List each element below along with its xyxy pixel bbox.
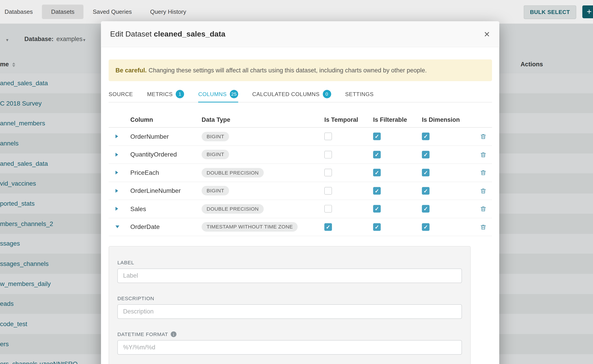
dataset-link[interactable]: C 2018 Survey: [0, 100, 41, 107]
tab-label: METRICS: [147, 91, 173, 97]
columns-table-header: Column Data Type Is Temporal Is Filterab…: [109, 113, 492, 128]
column-name: Sales: [130, 205, 202, 212]
header-is-temporal: Is Temporal: [324, 117, 373, 123]
dataset-link[interactable]: aned_sales_data: [0, 80, 48, 87]
nav-item-databases[interactable]: Databases: [0, 5, 42, 19]
trash-icon: [480, 206, 486, 212]
column-name: OrderDate: [130, 223, 202, 230]
tab-calculated-columns[interactable]: CALCULATED COLUMNS 0: [252, 86, 331, 102]
dataset-link[interactable]: annels: [0, 140, 19, 147]
column-row: OrderDate TIMESTAMP WITHOUT TIME ZONE: [109, 218, 492, 236]
dataset-link[interactable]: ssages: [0, 240, 20, 247]
tab-label: SOURCE: [109, 91, 133, 97]
header-column: Column: [130, 117, 202, 123]
collapse-caret-icon[interactable]: [116, 226, 119, 228]
is-filterable-checkbox[interactable]: [373, 133, 381, 140]
close-icon[interactable]: ✕: [484, 30, 490, 39]
is-dimension-checkbox[interactable]: [422, 169, 430, 177]
tab-columns[interactable]: COLUMNS 25: [198, 86, 238, 102]
column-detail-panel: LABEL DESCRIPTION DATETIME FORMAT i: [109, 246, 471, 364]
description-input[interactable]: [117, 304, 462, 319]
is-filterable-checkbox[interactable]: [373, 169, 381, 177]
nav-item-datasets[interactable]: Datasets: [42, 5, 84, 19]
expand-caret-icon[interactable]: [116, 135, 118, 138]
database-filter-label: Database:: [24, 36, 53, 43]
datetime-format-input[interactable]: [117, 340, 462, 355]
info-icon[interactable]: i: [171, 331, 177, 337]
tab-settings[interactable]: SETTINGS: [345, 86, 374, 102]
dataset-link[interactable]: ported_stats: [0, 200, 34, 207]
column-row: QuantityOrdered BIGINT: [109, 146, 492, 164]
is-filterable-checkbox[interactable]: [373, 187, 381, 195]
is-temporal-checkbox[interactable]: [324, 223, 332, 231]
delete-column-button[interactable]: [479, 223, 488, 231]
is-dimension-checkbox[interactable]: [422, 151, 430, 158]
dataset-link[interactable]: annel_members: [0, 120, 45, 127]
expand-caret-icon[interactable]: [116, 171, 118, 175]
expand-caret-icon[interactable]: [116, 153, 118, 156]
bulk-select-button[interactable]: BULK SELECT: [524, 5, 576, 19]
nav-item-query-history[interactable]: Query History: [141, 5, 195, 19]
is-filterable-checkbox[interactable]: [373, 205, 381, 213]
warning-banner: Be careful.Changing these settings will …: [109, 59, 492, 81]
delete-column-button[interactable]: [479, 132, 488, 141]
dataset-link[interactable]: aned_sales_data: [0, 160, 48, 167]
dataset-link[interactable]: w_members_daily: [0, 280, 51, 287]
dataset-link[interactable]: ssages_channels: [0, 260, 48, 267]
column-name: PriceEach: [130, 169, 202, 176]
dataset-link[interactable]: vid_vaccines: [0, 180, 36, 187]
data-type-pill: TIMESTAMP WITHOUT TIME ZONE: [202, 222, 298, 232]
data-type-pill: BIGINT: [202, 186, 229, 195]
tab-metrics[interactable]: METRICS 1: [147, 86, 184, 102]
top-navigation: Databases Datasets Saved Queries Query H…: [0, 0, 593, 24]
description-field-label: DESCRIPTION: [117, 296, 462, 301]
screen: Databases Datasets Saved Queries Query H…: [0, 0, 593, 364]
data-type-pill: BIGINT: [202, 132, 229, 141]
chevron-down-icon[interactable]: ▾: [6, 38, 8, 43]
calculated-columns-count-badge: 0: [323, 90, 331, 98]
tab-source[interactable]: SOURCE: [109, 86, 133, 102]
column-row: PriceEach DOUBLE PRECISION: [109, 164, 492, 182]
is-temporal-checkbox[interactable]: [324, 151, 332, 158]
dataset-link[interactable]: code_test: [0, 320, 27, 328]
dataset-link[interactable]: mbers_channels_2: [0, 220, 53, 227]
is-filterable-checkbox[interactable]: [373, 223, 381, 231]
metrics-count-badge: 1: [176, 90, 184, 98]
tab-label: COLUMNS: [198, 91, 227, 97]
database-filter-value[interactable]: examples: [56, 36, 83, 43]
column-header-name[interactable]: me: [0, 61, 9, 68]
is-filterable-checkbox[interactable]: [373, 151, 381, 158]
column-name: QuantityOrdered: [130, 151, 202, 158]
dataset-link[interactable]: ers_channels-uzooNNtSRO: [0, 361, 78, 364]
header-data-type: Data Type: [202, 117, 324, 123]
is-temporal-checkbox[interactable]: [324, 187, 332, 195]
is-temporal-checkbox[interactable]: [324, 133, 332, 140]
column-row: OrderLineNumber BIGINT: [109, 182, 492, 200]
edit-dataset-modal: Edit Dataset cleaned_sales_data ✕ Be car…: [101, 21, 499, 364]
label-field-label: LABEL: [117, 260, 462, 266]
add-dataset-button[interactable]: +: [582, 5, 593, 18]
dataset-link[interactable]: ers: [0, 341, 9, 348]
delete-column-button[interactable]: [479, 150, 488, 159]
chevron-down-icon[interactable]: ▾: [83, 38, 85, 43]
is-dimension-checkbox[interactable]: [422, 133, 430, 140]
is-dimension-checkbox[interactable]: [422, 205, 430, 213]
tab-label: SETTINGS: [345, 91, 374, 97]
warning-strong-text: Be careful.: [116, 67, 147, 73]
dataset-link[interactable]: eads: [0, 300, 13, 308]
is-temporal-checkbox[interactable]: [324, 205, 332, 213]
label-input[interactable]: [117, 269, 462, 283]
delete-column-button[interactable]: [479, 205, 488, 213]
nav-item-saved-queries[interactable]: Saved Queries: [84, 5, 141, 19]
is-dimension-checkbox[interactable]: [422, 187, 430, 195]
sort-icon[interactable]: [12, 62, 15, 67]
modal-tabs: SOURCE METRICS 1 COLUMNS 25 CALCULATED C…: [109, 86, 492, 103]
is-temporal-checkbox[interactable]: [324, 169, 332, 177]
expand-caret-icon[interactable]: [116, 189, 118, 193]
delete-column-button[interactable]: [479, 169, 488, 177]
modal-header: Edit Dataset cleaned_sales_data ✕: [101, 21, 499, 47]
delete-column-button[interactable]: [479, 187, 488, 195]
is-dimension-checkbox[interactable]: [422, 223, 430, 231]
expand-caret-icon[interactable]: [116, 207, 118, 211]
data-type-pill: BIGINT: [202, 150, 229, 159]
